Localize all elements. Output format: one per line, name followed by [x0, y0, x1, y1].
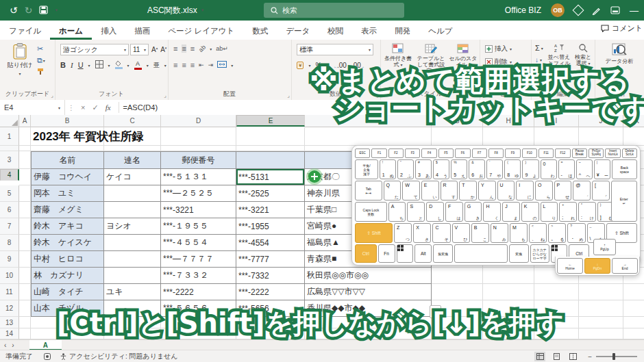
- paste-button[interactable]: 貼り付け▾: [5, 43, 34, 86]
- cell-E1[interactable]: [236, 127, 305, 146]
- wrap-text-icon[interactable]: ab↵: [216, 45, 228, 52]
- premium-gem-icon[interactable]: [573, 5, 584, 16]
- align-right-icon[interactable]: ≡: [190, 61, 195, 69]
- cell-G10[interactable]: [432, 268, 483, 284]
- cell-B11[interactable]: 山崎 タイチ: [31, 284, 104, 300]
- decrease-indent-icon[interactable]: ⇤: [199, 62, 204, 68]
- row-header-14[interactable]: 14: [0, 328, 19, 339]
- fill-color-button[interactable]: [115, 61, 123, 69]
- font-name-select[interactable]: 游ゴシック▾: [60, 44, 129, 55]
- cell-E5[interactable]: ***-2525: [236, 185, 305, 202]
- column-header-B[interactable]: B: [31, 115, 104, 127]
- cell-H11[interactable]: [483, 284, 534, 300]
- cell-G1[interactable]: [432, 127, 483, 146]
- cell-A11[interactable]: [19, 284, 31, 300]
- number-format-select[interactable]: 標準▾: [297, 44, 373, 55]
- row-header-3[interactable]: 3: [0, 151, 19, 169]
- formula-bar-handle[interactable]: ⋮: [68, 104, 75, 112]
- cell-E7[interactable]: ***-1955: [236, 218, 305, 235]
- copy-button[interactable]: ⧉▾: [37, 57, 45, 64]
- cell-B2[interactable]: [31, 146, 104, 151]
- cell-K12[interactable]: [623, 300, 644, 317]
- cell-D9[interactable]: ***―７７７７: [161, 251, 236, 268]
- cell-B1[interactable]: 2023年 年賀状住所録: [31, 127, 104, 146]
- cell-E2[interactable]: [236, 146, 305, 151]
- cell-B8[interactable]: 鈴木 ケイスケ: [31, 235, 104, 251]
- name-box[interactable]: E4 ▾: [0, 100, 65, 115]
- cell-D3[interactable]: 郵便番号: [161, 151, 236, 169]
- row-header-5[interactable]: 5: [0, 185, 19, 202]
- row-header-9[interactable]: 9: [0, 251, 19, 268]
- row-header-10[interactable]: 10: [0, 268, 19, 284]
- minimize-button[interactable]: —: [630, 5, 639, 16]
- avatar[interactable]: OB: [551, 3, 565, 17]
- page-layout-view-button[interactable]: [551, 352, 562, 361]
- cell-D1[interactable]: [161, 127, 236, 146]
- increase-indent-icon[interactable]: ⇥: [208, 62, 214, 68]
- cell-C9[interactable]: [104, 251, 161, 268]
- accessibility-button[interactable]: [60, 353, 66, 361]
- clipboard-dialog-launcher[interactable]: ⌟: [51, 93, 53, 99]
- cell-A14[interactable]: [19, 328, 31, 339]
- align-left-icon[interactable]: ≡: [173, 61, 177, 69]
- cell-H1[interactable]: [483, 127, 534, 146]
- comments-button[interactable]: コメント: [601, 23, 643, 34]
- currency-format-button[interactable]: ¥: [297, 62, 304, 69]
- cell-I1[interactable]: [534, 127, 579, 146]
- cancel-button[interactable]: ×: [81, 103, 85, 112]
- search-box[interactable]: 検索: [264, 3, 404, 18]
- insert-function-button[interactable]: fx: [106, 103, 111, 112]
- insert-cells-button[interactable]: 挿入▾: [485, 44, 512, 53]
- sheet-nav-left-icon[interactable]: ‹: [4, 342, 6, 349]
- select-all-corner[interactable]: [0, 115, 19, 127]
- cell-D4[interactable]: ***-５１３１: [161, 169, 236, 185]
- cell-B5[interactable]: 岡本 ユミ: [31, 185, 104, 202]
- cell-C5[interactable]: [104, 185, 161, 202]
- row-header-11[interactable]: 11: [0, 284, 19, 300]
- qat-customize-button[interactable]: ▾: [55, 8, 58, 13]
- cell-C8[interactable]: [104, 235, 161, 251]
- column-header-C[interactable]: C: [104, 115, 161, 127]
- tab-校閲[interactable]: 校閲: [319, 21, 352, 40]
- cell-A13[interactable]: [19, 317, 31, 328]
- cell-J13[interactable]: [579, 317, 623, 328]
- format-painter-button[interactable]: [37, 68, 45, 75]
- tab-数式[interactable]: 数式: [243, 21, 277, 40]
- cell-K13[interactable]: [623, 317, 644, 328]
- cell-A5[interactable]: [19, 185, 31, 202]
- cell-A3[interactable]: [19, 151, 31, 169]
- tab-表示[interactable]: 表示: [352, 21, 386, 40]
- cell-B9[interactable]: 中村 ヒロコ: [31, 251, 104, 268]
- increase-font-button[interactable]: A▴: [151, 46, 158, 53]
- decrease-font-button[interactable]: A▾: [160, 46, 166, 53]
- phonetic-guide-button[interactable]: 亜: [153, 61, 160, 70]
- save-button[interactable]: [39, 5, 48, 16]
- page-break-view-button[interactable]: [567, 352, 578, 361]
- tab-開発[interactable]: 開発: [386, 21, 419, 40]
- cell-K14[interactable]: [623, 328, 644, 339]
- underline-button[interactable]: U: [78, 61, 84, 69]
- font-size-select[interactable]: 11▾: [130, 44, 149, 55]
- align-middle-icon[interactable]: ≡: [182, 44, 186, 53]
- cell-F11[interactable]: 広島県▽▽市▽▽: [305, 284, 432, 300]
- row-header-1[interactable]: 1: [0, 127, 19, 146]
- sheet-nav-right-icon[interactable]: ›: [12, 342, 14, 349]
- pen-icon[interactable]: [592, 6, 601, 15]
- column-header-A[interactable]: A: [19, 115, 31, 127]
- cell-C11[interactable]: ユキ: [104, 284, 161, 300]
- cell-B7[interactable]: 鈴木 アキコ: [31, 218, 104, 235]
- document-title[interactable]: ASC関数.xlsx ▾: [147, 0, 203, 21]
- alignment-dialog-launcher[interactable]: ⌟: [287, 93, 290, 99]
- column-header-D[interactable]: D: [161, 115, 236, 127]
- align-bottom-icon[interactable]: ≡: [190, 44, 195, 53]
- cell-A8[interactable]: [19, 235, 31, 251]
- row-header-8[interactable]: 8: [0, 235, 19, 251]
- cell-E11[interactable]: ***-2222: [236, 284, 305, 300]
- bold-button[interactable]: B: [60, 61, 66, 69]
- cell-A7[interactable]: [19, 218, 31, 235]
- cell-B3[interactable]: 名前: [31, 151, 104, 169]
- cell-A6[interactable]: [19, 202, 31, 218]
- cell-C7[interactable]: ヨシオ: [104, 218, 161, 235]
- row-header-13[interactable]: 13: [0, 317, 19, 328]
- enter-button[interactable]: ✓: [92, 103, 98, 112]
